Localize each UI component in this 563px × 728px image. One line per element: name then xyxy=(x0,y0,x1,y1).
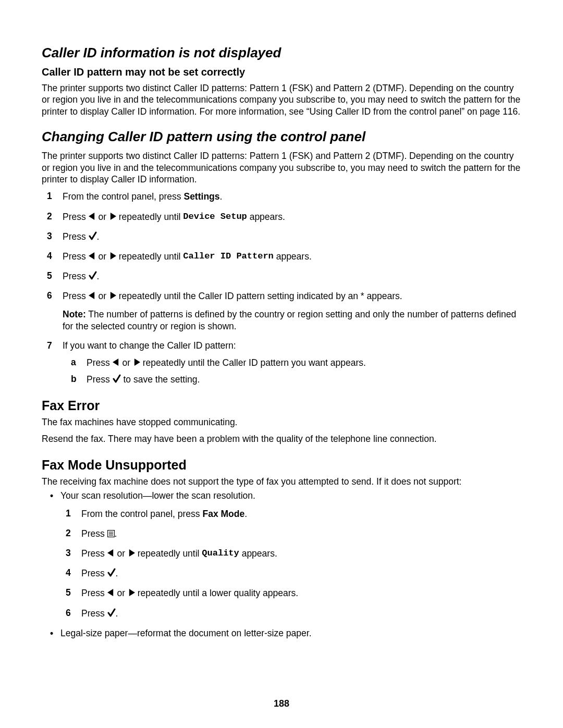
paragraph-section2: The printer supports two distinct Caller… xyxy=(42,150,521,185)
step-text: or xyxy=(117,588,127,598)
step-text: . xyxy=(116,568,118,578)
step-text: repeatedly until xyxy=(119,211,183,221)
svg-marker-7 xyxy=(134,359,140,366)
triangle-left-icon xyxy=(113,359,120,366)
step-text: repeatedly until the Caller ID pattern y… xyxy=(143,357,366,367)
step-7: 7 If you want to change the Caller ID pa… xyxy=(54,340,521,386)
step-text: or xyxy=(98,291,108,301)
step-text: or xyxy=(98,211,108,221)
substeps-step7: a Press or repeatedly until the Caller I… xyxy=(63,356,521,386)
page: Caller ID information is not displayed C… xyxy=(0,0,563,728)
caller-id-pattern-text: Caller ID Pattern xyxy=(183,251,273,261)
inner-step-4: 4 Press . xyxy=(73,567,521,579)
step-text: Press xyxy=(63,211,89,221)
step-text: repeatedly until xyxy=(119,251,183,261)
step-text: Press xyxy=(81,528,107,538)
note-text: The number of patterns is defined by the… xyxy=(63,309,516,331)
step-text: or xyxy=(98,251,108,261)
step-text: Press xyxy=(81,568,107,578)
heading-fax-error: Fax Error xyxy=(42,398,521,413)
step-text: to save the setting. xyxy=(123,374,200,384)
step-text: Press xyxy=(63,271,89,281)
step-text: appears. xyxy=(242,548,277,559)
inner-steps: 1 From the control panel, press Fax Mode… xyxy=(60,508,521,620)
step-text: appears. xyxy=(250,211,285,221)
check-icon xyxy=(89,231,97,241)
menu-icon xyxy=(107,530,115,537)
substep-b: b Press to save the setting. xyxy=(78,373,521,386)
step-text: Press xyxy=(81,548,107,559)
svg-marker-1 xyxy=(111,213,116,220)
device-setup-text: Device Setup xyxy=(183,211,247,221)
triangle-right-icon xyxy=(109,252,116,260)
check-icon xyxy=(107,568,116,577)
step-text: Press xyxy=(81,588,107,598)
triangle-right-icon xyxy=(109,213,116,220)
paragraph-fax-error-2: Resend the fax. There may have been a pr… xyxy=(42,433,521,445)
svg-marker-2 xyxy=(89,252,94,260)
triangle-right-icon xyxy=(109,292,116,299)
settings-label: Settings xyxy=(183,191,219,202)
triangle-left-icon xyxy=(107,589,115,596)
step-1: 1 From the control panel, press Settings… xyxy=(54,190,521,203)
bullet-text: Legal-size paper—reformat the document o… xyxy=(60,628,312,638)
steps-section2: 1 From the control panel, press Settings… xyxy=(42,190,521,386)
bullet-text: Your scan resolution—lower the scan reso… xyxy=(60,490,255,501)
heading-fax-mode-unsupported: Fax Mode Unsupported xyxy=(42,458,521,473)
paragraph-section1: The printer supports two distinct Caller… xyxy=(42,82,521,117)
svg-marker-6 xyxy=(113,359,118,366)
bullet-legal-paper: Legal-size paper—reformat the document o… xyxy=(58,627,521,640)
step-text: . xyxy=(97,231,100,241)
inner-step-6: 6 Press . xyxy=(73,607,521,620)
page-number: 188 xyxy=(0,698,563,709)
step-text: Press xyxy=(63,291,89,301)
triangle-left-icon xyxy=(89,252,96,260)
triangle-right-icon xyxy=(133,359,140,366)
step-text: repeatedly until the Caller ID pattern s… xyxy=(119,291,402,301)
check-icon xyxy=(89,271,97,280)
triangle-left-icon xyxy=(89,292,96,299)
paragraph-fax-error-1: The fax machines have stopped communicat… xyxy=(42,416,521,428)
step-text: repeatedly until xyxy=(138,548,202,559)
heading-changing-pattern: Changing Caller ID pattern using the con… xyxy=(42,129,521,145)
step-text: Press xyxy=(87,374,113,384)
step-text: Press xyxy=(81,608,107,618)
svg-marker-3 xyxy=(111,252,116,260)
triangle-left-icon xyxy=(89,213,96,220)
step-text: appears. xyxy=(276,251,312,261)
step-4: 4 Press or repeatedly until Caller ID Pa… xyxy=(54,250,521,263)
check-icon xyxy=(113,374,121,384)
step-text: From the control panel, press xyxy=(63,191,183,202)
step-text: . xyxy=(97,271,100,281)
check-icon xyxy=(107,608,116,618)
inner-step-3: 3 Press or repeatedly until Quality appe… xyxy=(73,547,521,560)
paragraph-fax-mode: The receiving fax machine does not suppo… xyxy=(42,476,521,487)
inner-step-5: 5 Press or repeatedly until a lower qual… xyxy=(73,587,521,599)
svg-marker-15 xyxy=(129,589,135,596)
fax-mode-label: Fax Mode xyxy=(202,508,244,519)
step-text: . xyxy=(244,508,247,519)
inner-step-2: 2 Press . xyxy=(73,527,521,540)
svg-marker-0 xyxy=(89,213,94,220)
bullets-fax-mode: Your scan resolution—lower the scan reso… xyxy=(42,489,521,639)
substep-a: a Press or repeatedly until the Caller I… xyxy=(78,356,521,369)
step-6: 6 Press or repeatedly until the Caller I… xyxy=(54,290,521,332)
triangle-right-icon xyxy=(128,549,135,557)
quality-text: Quality xyxy=(202,548,239,558)
inner-step-1: 1 From the control panel, press Fax Mode… xyxy=(73,508,521,520)
svg-marker-4 xyxy=(89,292,94,299)
triangle-left-icon xyxy=(107,549,115,557)
svg-marker-13 xyxy=(129,549,135,557)
step-text: Press xyxy=(87,357,113,367)
step-5: 5 Press . xyxy=(54,270,521,282)
step-text: . xyxy=(115,528,117,538)
note-label: Note: xyxy=(63,309,86,319)
step-text: . xyxy=(116,608,118,618)
step-text: or xyxy=(122,357,132,367)
svg-marker-14 xyxy=(107,589,113,596)
svg-marker-12 xyxy=(107,549,113,557)
subheading-pattern-not-set: Caller ID pattern may not be set correct… xyxy=(42,66,521,78)
step-text: Press xyxy=(63,231,89,241)
step-3: 3 Press . xyxy=(54,230,521,243)
bullet-scan-resolution: Your scan resolution—lower the scan reso… xyxy=(58,489,521,620)
